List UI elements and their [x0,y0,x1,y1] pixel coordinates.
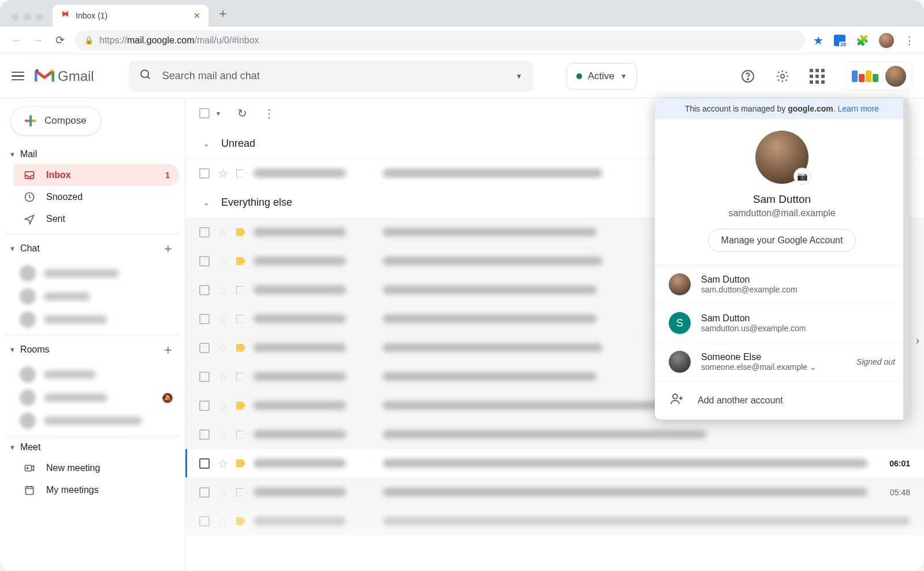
mail-row[interactable]: ☆05:48 [185,477,924,506]
row-checkbox[interactable] [199,516,210,526]
learn-more-link[interactable]: Learn more [837,104,879,113]
add-chat-icon[interactable]: ＋ [161,240,176,257]
nav-new-meeting[interactable]: New meeting [14,457,179,479]
bookmark-star-icon[interactable]: ★ [813,34,824,47]
google-apps-icon[interactable] [810,69,825,84]
back-icon[interactable]: ← [9,34,23,47]
workspace-switcher[interactable] [845,62,912,91]
row-checkbox[interactable] [199,256,210,266]
importance-icon[interactable] [236,257,245,265]
row-checkbox[interactable] [199,168,210,179]
settings-gear-icon[interactable] [775,69,790,84]
change-photo-icon[interactable]: 📷 [793,168,811,185]
importance-icon[interactable] [236,431,245,439]
row-checkbox[interactable] [199,401,210,411]
extension-badge-icon[interactable] [834,35,845,46]
importance-icon[interactable] [236,402,245,410]
nav-inbox[interactable]: Inbox 1 [14,164,179,186]
star-icon[interactable]: ☆ [218,370,228,384]
row-checkbox[interactable] [199,227,210,238]
maximize-window-icon[interactable] [36,13,43,21]
mail-row[interactable]: ☆ [185,506,924,535]
switch-account-row[interactable]: S Sam Duttonsamdutton.us@example.com [655,304,909,343]
search-options-icon[interactable]: ▼ [516,72,523,80]
add-account-button[interactable]: Add another account [655,381,909,420]
search-input[interactable] [162,70,505,82]
importance-icon[interactable] [236,459,245,468]
profile-avatar-icon[interactable] [879,33,894,48]
side-panel-toggle-icon[interactable]: › [916,335,919,347]
chat-contact[interactable] [14,285,179,308]
importance-icon[interactable] [236,488,245,496]
row-checkbox[interactable] [199,487,210,498]
importance-icon[interactable] [236,286,245,294]
status-selector[interactable]: Active ▼ [567,63,637,90]
gmail-logo[interactable]: Gmail [35,68,94,84]
importance-icon[interactable] [236,373,245,381]
support-icon[interactable] [740,69,755,84]
star-icon[interactable]: ☆ [218,399,228,413]
close-tab-icon[interactable]: ✕ [193,11,200,20]
importance-icon[interactable] [236,315,245,323]
minimize-window-icon[interactable] [24,13,31,21]
star-icon[interactable]: ☆ [218,254,228,268]
select-dropdown-icon[interactable]: ▼ [215,110,221,117]
star-icon[interactable]: ☆ [218,457,228,470]
star-icon[interactable]: ☆ [218,485,228,499]
nav-my-meetings[interactable]: My meetings [14,479,179,501]
select-all-checkbox[interactable] [199,108,210,118]
section-meet[interactable]: ▼ Meet [6,437,179,457]
room-item[interactable]: 🔕 [14,386,179,409]
row-checkbox[interactable] [199,343,210,353]
section-mail[interactable]: ▼ Mail [6,144,179,164]
row-checkbox[interactable] [199,285,210,295]
compose-button[interactable]: Compose [10,106,101,135]
nav-snoozed[interactable]: Snoozed [14,186,179,208]
browser-menu-icon[interactable]: ⋮ [904,34,915,47]
nav-sent[interactable]: Sent [14,208,179,230]
extensions-icon[interactable]: 🧩 [856,34,869,47]
close-window-icon[interactable] [12,13,19,21]
star-icon[interactable]: ☆ [218,514,228,528]
star-icon[interactable]: ☆ [218,312,228,326]
row-checkbox[interactable] [199,429,210,440]
star-icon[interactable]: ☆ [218,341,228,355]
address-bar[interactable]: 🔒 https://mail.google.com/mail/u/0/#inbo… [75,31,805,50]
main-menu-icon[interactable] [12,72,24,81]
star-icon[interactable]: ☆ [218,166,228,180]
chat-contact[interactable] [14,262,179,285]
star-icon[interactable]: ☆ [218,428,228,442]
row-checkbox[interactable] [199,372,210,382]
search-bar[interactable]: ▼ [129,61,533,92]
add-room-icon[interactable]: ＋ [161,341,176,358]
mail-row[interactable]: ☆ [185,420,924,448]
account-avatar[interactable] [885,66,906,87]
scrollbar[interactable] [903,98,909,420]
more-actions-icon[interactable]: ⋮ [263,106,275,120]
room-item[interactable] [14,409,179,432]
manage-account-button[interactable]: Manage your Google Account [708,229,856,252]
importance-icon[interactable] [236,517,245,525]
switch-account-row[interactable]: Sam Duttonsam.dutton@example.com [655,265,909,304]
forward-icon[interactable]: → [31,34,45,47]
importance-icon[interactable] [236,228,245,236]
section-chat[interactable]: ▼ Chat ＋ [6,235,179,262]
star-icon[interactable]: ☆ [218,225,228,239]
new-tab-button[interactable]: ＋ [217,5,229,22]
chat-contact[interactable] [14,308,179,331]
refresh-icon[interactable]: ↻ [237,106,247,120]
star-icon[interactable]: ☆ [218,283,228,297]
section-rooms[interactable]: ▼ Rooms ＋ [6,336,179,363]
browser-tab[interactable]: Inbox (1) ✕ [53,5,208,27]
window-controls[interactable] [12,13,43,21]
mute-icon[interactable]: 🔕 [162,392,173,403]
row-checkbox[interactable] [199,458,210,469]
row-checkbox[interactable] [199,314,210,324]
importance-icon[interactable] [236,169,245,177]
importance-icon[interactable] [236,344,245,352]
reload-icon[interactable]: ⟳ [53,34,67,47]
browser-chrome: Inbox (1) ✕ ＋ ← → ⟳ 🔒 https://mail.googl… [0,0,924,54]
mail-row[interactable]: ☆06:01 [185,448,924,477]
room-item[interactable] [14,363,179,386]
switch-account-row[interactable]: Someone Elsesomeone.else@mail.example ⌄ … [655,343,909,381]
